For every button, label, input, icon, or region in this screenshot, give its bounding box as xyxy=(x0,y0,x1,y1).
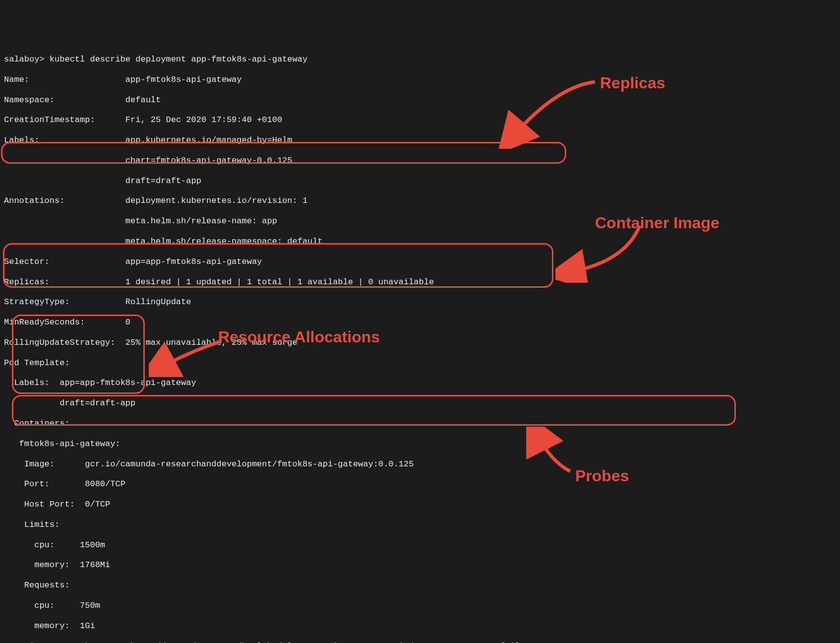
namespace-label: Namespace: xyxy=(4,95,55,105)
labels-line1: app.kubernetes.io/managed-by=Helm xyxy=(125,135,293,145)
strategy-label: StrategyType: xyxy=(4,297,70,307)
annotations-line2: meta.helm.sh/release-name: app xyxy=(125,216,277,226)
containers-label: Containers: xyxy=(4,419,70,428)
limits-mem: memory: 1768Mi xyxy=(4,560,110,570)
hostport-label: Host Port: xyxy=(4,500,85,509)
command: kubectl describe deployment app-fmtok8s-… xyxy=(50,55,307,64)
port-value: 8080/TCP xyxy=(85,479,125,489)
annotations-line1: deployment.kubernetes.io/revision: 1 xyxy=(125,196,307,205)
port-label: Port: xyxy=(4,479,85,489)
labels-line3: draft=draft-app xyxy=(125,176,201,186)
labels-label: Labels: xyxy=(4,135,39,145)
selector-value: app=app-fmtok8s-api-gateway xyxy=(125,257,262,266)
replicas-label: Replicas: xyxy=(4,277,50,287)
podtemplate-label: Pod Template: xyxy=(4,358,70,368)
liveness-value: http-get http://:8080/actuator/health de… xyxy=(85,642,545,643)
pod-labels-line2: draft=draft-app xyxy=(4,398,135,408)
hostport-value: 0/TCP xyxy=(85,500,110,509)
rolling-value: 25% max unavailable, 25% max surge xyxy=(125,338,298,347)
requests-cpu: cpu: 750m xyxy=(4,601,100,610)
annotations-label: Annotations: xyxy=(4,196,64,205)
rolling-label: RollingUpdateStrategy: xyxy=(4,338,115,347)
strategy-value: RollingUpdate xyxy=(125,297,191,307)
liveness-label: Liveness: xyxy=(4,642,85,643)
requests-label: Requests: xyxy=(4,580,70,590)
image-label: Image: xyxy=(4,459,85,469)
namespace-value: default xyxy=(125,95,161,105)
limits-cpu: cpu: 1500m xyxy=(4,540,105,550)
requests-mem: memory: 1Gi xyxy=(4,621,95,631)
pod-labels-line1: app=app-fmtok8s-api-gateway xyxy=(60,378,196,387)
creation-value: Fri, 25 Dec 2020 17:59:40 +0100 xyxy=(125,115,282,125)
limits-label: Limits: xyxy=(4,520,60,529)
container-name: fmtok8s-api-gateway: xyxy=(4,439,120,449)
selector-label: Selector: xyxy=(4,257,50,266)
terminal-output: salaboy> kubectl describe deployment app… xyxy=(4,45,836,643)
name-value: app-fmtok8s-api-gateway xyxy=(125,75,242,84)
annotations-line3: meta.helm.sh/release-namespace: default xyxy=(125,237,323,246)
pod-labels-label: Labels: xyxy=(4,378,60,387)
minready-value: 0 xyxy=(125,318,130,327)
replicas-value: 1 desired | 1 updated | 1 total | 1 avai… xyxy=(125,277,434,287)
minready-label: MinReadySeconds: xyxy=(4,318,85,327)
creation-label: CreationTimestamp: xyxy=(4,115,95,125)
image-value: gcr.io/camunda-researchanddevelopment/fm… xyxy=(85,459,414,469)
labels-line2: chart=fmtok8s-api-gateway-0.0.125 xyxy=(125,156,293,165)
prompt: salaboy> xyxy=(4,55,50,64)
name-label: Name: xyxy=(4,75,29,84)
